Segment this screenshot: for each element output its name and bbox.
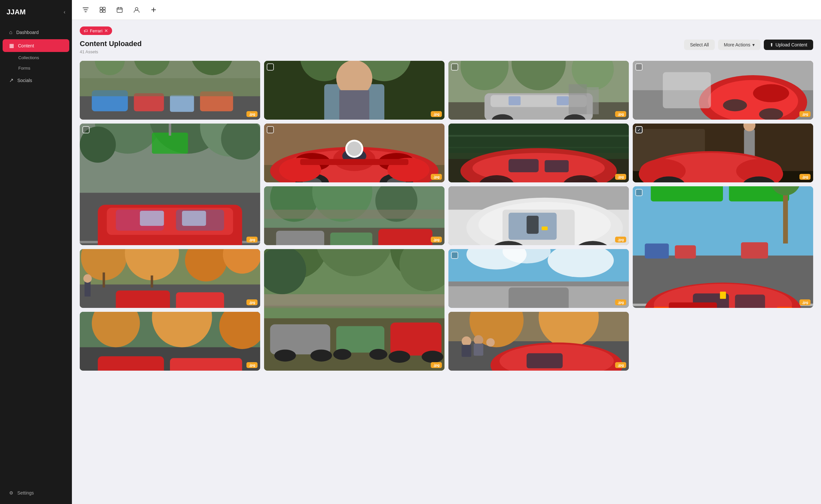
toolbar	[72, 0, 821, 20]
svg-rect-152	[654, 307, 669, 308]
image-card[interactable]: .jpg	[80, 312, 260, 371]
svg-rect-223	[474, 344, 483, 356]
svg-rect-222	[461, 345, 471, 357]
image-badge: .jpg	[615, 237, 626, 243]
sidebar-item-forms[interactable]: Forms	[3, 63, 69, 73]
svg-point-80	[347, 142, 361, 156]
upload-label: Upload Content	[776, 42, 807, 47]
more-actions-label: More Actions	[724, 42, 750, 47]
svg-rect-60	[182, 211, 206, 226]
svg-rect-36	[587, 87, 599, 114]
settings-icon: ⚙	[9, 490, 13, 496]
svg-rect-83	[300, 159, 408, 165]
image-checkbox[interactable]	[635, 63, 643, 71]
svg-rect-33	[509, 96, 521, 105]
svg-point-184	[310, 349, 332, 361]
collections-label: Collections	[18, 55, 39, 60]
image-checkbox[interactable]	[82, 126, 90, 133]
image-card[interactable]: .jpg	[264, 61, 444, 120]
image-card[interactable]: .jpg	[448, 249, 629, 308]
image-card[interactable]: .jpg	[80, 124, 260, 245]
image-badge: .jpg	[431, 237, 442, 243]
image-card[interactable]: .jpg	[448, 312, 629, 371]
svg-point-186	[369, 349, 387, 360]
svg-rect-65	[152, 133, 188, 154]
svg-rect-44	[663, 72, 711, 108]
more-actions-button[interactable]: More Actions ▾	[718, 40, 761, 50]
svg-rect-87	[448, 135, 629, 137]
filter-tag-icon: 🏷	[84, 28, 88, 33]
image-checkbox[interactable]	[451, 252, 458, 259]
image-badge: .jpg	[431, 111, 442, 117]
svg-point-219	[461, 336, 471, 346]
gallery-icon[interactable]	[97, 4, 109, 16]
filter-tag-ferrari[interactable]: 🏷 Ferrari ✕	[80, 26, 112, 35]
sidebar-item-collections[interactable]: Collections	[3, 53, 69, 63]
svg-rect-181	[336, 326, 384, 353]
sidebar-footer: ⚙ Settings	[0, 482, 72, 504]
svg-rect-66	[169, 124, 171, 136]
image-card[interactable]: .jpg	[448, 61, 629, 120]
image-badge: .jpg	[799, 111, 811, 117]
svg-point-185	[333, 349, 351, 360]
content-area: 🏷 Ferrari ✕ Content Uploaded 41 Assets S…	[72, 20, 821, 504]
image-card[interactable]: .jpg	[264, 186, 444, 245]
image-card[interactable]: .jpg	[264, 249, 444, 371]
svg-rect-140	[645, 244, 669, 259]
add-icon[interactable]	[148, 4, 159, 16]
image-checkbox[interactable]	[451, 63, 458, 71]
select-all-button[interactable]: Select All	[684, 40, 715, 50]
svg-rect-10	[170, 95, 194, 112]
svg-rect-178	[264, 294, 444, 306]
svg-point-41	[753, 84, 789, 102]
image-card[interactable]: .jpg	[448, 186, 629, 245]
svg-rect-165	[116, 291, 170, 308]
sidebar-item-socials[interactable]: ↗ Socials	[3, 74, 69, 87]
content-actions: Select All More Actions ▾ ⬆ Upload Conte…	[684, 40, 813, 50]
filter-tag-label: Ferrari	[90, 28, 102, 33]
svg-rect-59	[140, 211, 164, 226]
image-badge: .jpg	[615, 111, 626, 117]
svg-rect-146	[735, 294, 765, 308]
image-card[interactable]: .jpg	[633, 186, 813, 308]
upload-icon: ⬆	[770, 42, 774, 47]
svg-rect-182	[390, 323, 441, 356]
sidebar-item-label: Socials	[17, 78, 32, 83]
svg-rect-166	[176, 292, 224, 308]
svg-rect-201	[509, 288, 569, 308]
image-card[interactable]: .jpg	[80, 61, 260, 120]
svg-rect-154	[720, 292, 726, 299]
image-checkbox[interactable]	[267, 126, 274, 133]
image-badge: .jpg	[615, 362, 626, 368]
image-card[interactable]: .jpg	[448, 124, 629, 182]
svg-rect-209	[98, 356, 164, 371]
image-card[interactable]: .jpg	[80, 249, 260, 308]
image-card[interactable]: .jpg	[264, 124, 444, 182]
image-card[interactable]: .jpg	[633, 61, 813, 120]
svg-point-42	[723, 99, 747, 111]
asset-count: 41 Assets	[80, 49, 142, 54]
image-checkbox[interactable]: ✓	[635, 126, 643, 133]
calendar-icon[interactable]	[114, 4, 126, 16]
person-icon[interactable]	[131, 4, 142, 16]
svg-rect-161	[103, 273, 105, 288]
image-checkbox[interactable]	[267, 63, 274, 71]
svg-rect-0	[100, 7, 102, 9]
sidebar-item-content[interactable]: ▦ Content	[3, 39, 69, 52]
sidebar-logo-area: JJAM ‹	[0, 0, 72, 23]
filter-tag-close-icon[interactable]: ✕	[104, 28, 108, 33]
svg-rect-153	[777, 307, 792, 308]
upload-content-button[interactable]: ⬆ Upload Content	[764, 40, 813, 50]
svg-rect-129	[542, 227, 547, 230]
svg-rect-3	[103, 10, 105, 12]
svg-point-187	[389, 351, 410, 363]
sidebar-item-dashboard[interactable]: ⌂ Dashboard	[3, 26, 69, 39]
svg-rect-113	[276, 231, 324, 245]
image-grid: .jpg .jpg	[80, 61, 813, 371]
collapse-icon[interactable]: ‹	[64, 9, 65, 15]
svg-point-183	[274, 349, 296, 361]
filter-icon[interactable]	[80, 4, 92, 16]
sidebar-item-settings[interactable]: ⚙ Settings	[3, 487, 69, 499]
image-checkbox[interactable]	[635, 189, 643, 196]
image-card[interactable]: ✓ .jpg	[633, 124, 813, 182]
